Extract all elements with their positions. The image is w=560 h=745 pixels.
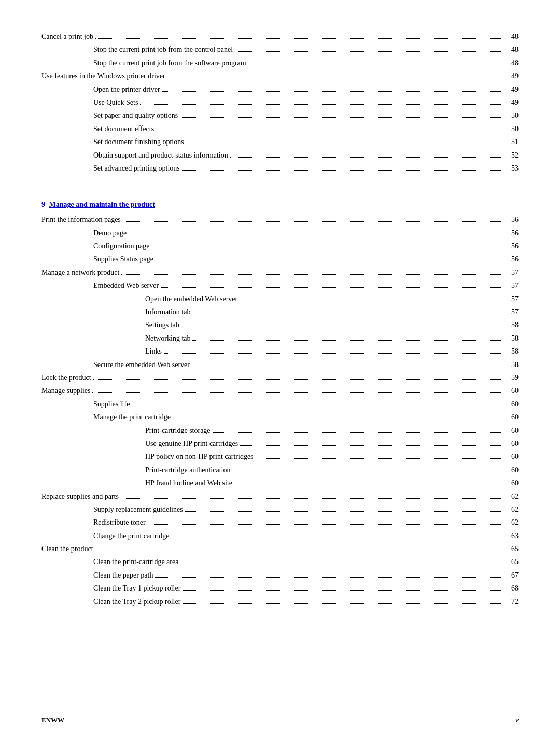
toc-page-number: 60	[503, 385, 519, 397]
toc-page-number: 57	[503, 267, 519, 278]
toc-page-number: 48	[503, 58, 519, 69]
toc-page-number: 52	[503, 150, 519, 161]
toc-entry-text: HP policy on non-HP print cartridges	[145, 451, 254, 462]
toc-page-number: 56	[503, 254, 519, 265]
toc-page-number: 72	[503, 596, 519, 608]
toc-page-number: 65	[503, 556, 519, 568]
toc-entry-text: Embedded Web server	[93, 280, 159, 291]
toc-entry: Use Quick Sets49	[41, 97, 519, 108]
toc-entry-text: Secure the embedded Web server	[93, 359, 190, 371]
toc-entry: Networking tab58	[41, 333, 519, 344]
toc-entry-text: Supplies Status page	[93, 254, 153, 265]
toc-entry-text: Settings tab	[145, 319, 179, 331]
toc-entry: Supplies Status page56	[41, 254, 519, 265]
toc-page-number: 49	[503, 84, 519, 95]
footer-left: ENWW	[41, 716, 64, 724]
toc-entry-text: Use Quick Sets	[93, 97, 138, 108]
toc-page-number: 60	[503, 465, 519, 476]
toc-dots	[95, 38, 501, 39]
toc-page-number: 65	[503, 543, 519, 555]
footer: ENWW v	[41, 716, 519, 724]
toc-dots	[235, 51, 501, 52]
toc-page-number: 57	[503, 280, 519, 291]
toc-entry: Settings tab58	[41, 319, 519, 331]
toc-entry-text: Set advanced printing options	[93, 163, 180, 174]
toc-entry-text: Cancel a print job	[41, 31, 93, 43]
toc-entry: Clean the Tray 1 pickup roller68	[41, 583, 519, 594]
toc-entry: Manage supplies60	[41, 385, 519, 397]
toc-entry-text: Clean the print-cartridge area	[93, 556, 178, 568]
toc-entry-text: Clean the product	[41, 543, 93, 555]
toc-entry: Clean the print-cartridge area65	[41, 556, 519, 568]
toc-page-number: 57	[503, 306, 519, 318]
toc-dots	[148, 524, 501, 525]
toc-entry: Embedded Web server57	[41, 280, 519, 291]
toc-entry-text: Manage supplies	[41, 385, 90, 397]
toc-entry: Manage the print cartridge60	[41, 412, 519, 423]
toc-dots	[167, 78, 501, 78]
toc-dots	[140, 104, 501, 105]
toc-entry-text: Configuration page	[93, 241, 149, 252]
toc-dots	[183, 603, 501, 604]
toc-page-number: 60	[503, 425, 519, 437]
toc-dots	[162, 91, 501, 92]
toc-page-number: 50	[503, 123, 519, 135]
toc-entry-text: Supplies life	[93, 399, 130, 410]
toc-page-number: 48	[503, 31, 519, 43]
toc-page-number: 56	[503, 228, 519, 239]
toc-entry-text: Clean the Tray 2 pickup roller	[93, 596, 180, 608]
toc-dots	[156, 261, 501, 261]
toc-page-number: 58	[503, 333, 519, 344]
toc-entry: Print-cartridge authentication60	[41, 465, 519, 476]
toc-dots	[185, 511, 501, 512]
toc-entry: Demo page56	[41, 228, 519, 239]
toc-entry: Clean the product65	[41, 543, 519, 555]
toc-entry: Print the information pages56	[41, 214, 519, 226]
toc-page-number: 57	[503, 293, 519, 305]
toc-entry: Lock the product59	[41, 372, 519, 384]
toc-entry: Information tab57	[41, 306, 519, 318]
section9-entries: Print the information pages56Demo page56…	[41, 214, 519, 608]
section9-title[interactable]: Manage and maintain the product	[49, 201, 155, 208]
toc-entry-text: Manage the print cartridge	[93, 412, 171, 423]
toc-dots	[213, 432, 501, 433]
toc-entry: Manage a network product57	[41, 267, 519, 278]
toc-dots	[234, 485, 501, 485]
toc-entry: Supply replacement guidelines62	[41, 504, 519, 515]
toc-dots	[232, 472, 501, 472]
toc-page-number: 62	[503, 517, 519, 528]
toc-entry: Use genuine HP print cartridges60	[41, 438, 519, 449]
toc-page-number: 62	[503, 491, 519, 502]
toc-page-number: 63	[503, 530, 519, 542]
toc-page-number: 49	[503, 71, 519, 82]
toc-entry: Stop the current print job from the soft…	[41, 58, 519, 69]
toc-page-number: 60	[503, 451, 519, 462]
section9-number: 9	[41, 201, 45, 208]
toc-dots	[161, 287, 501, 288]
toc-entry-text: Supply replacement guidelines	[93, 504, 183, 515]
toc-entry-text: Change the print cartridge	[93, 530, 170, 542]
toc-dots	[248, 65, 501, 65]
toc-entry: Set paper and quality options50	[41, 110, 519, 121]
toc-entry-text: Print the information pages	[41, 214, 121, 226]
toc-entry: Obtain support and product-status inform…	[41, 150, 519, 161]
toc-page-number: 60	[503, 477, 519, 489]
toc-dots	[121, 498, 501, 499]
toc-entry: Set document effects50	[41, 123, 519, 135]
toc-page-number: 58	[503, 359, 519, 371]
toc-entry-text: Clean the Tray 1 pickup roller	[93, 583, 180, 594]
toc-page-number: 48	[503, 44, 519, 55]
toc-entry: Set advanced printing options53	[41, 163, 519, 174]
toc-dots	[121, 274, 501, 275]
toc-entry: Links58	[41, 346, 519, 357]
toc-dots	[192, 340, 501, 341]
toc-page-number: 68	[503, 583, 519, 594]
toc-entry: Redistribute toner62	[41, 517, 519, 528]
toc-entry-text: Stop the current print job from the cont…	[93, 44, 233, 55]
toc-entry-text: Open the embedded Web server	[145, 293, 237, 305]
toc-entry-text: HP fraud hotline and Web site	[145, 477, 232, 489]
toc-entry-text: Demo page	[93, 228, 127, 239]
toc-entry: Stop the current print job from the cont…	[41, 44, 519, 55]
toc-entry: Use features in the Windows printer driv…	[41, 71, 519, 82]
toc-entry-text: Print-cartridge storage	[145, 425, 211, 437]
